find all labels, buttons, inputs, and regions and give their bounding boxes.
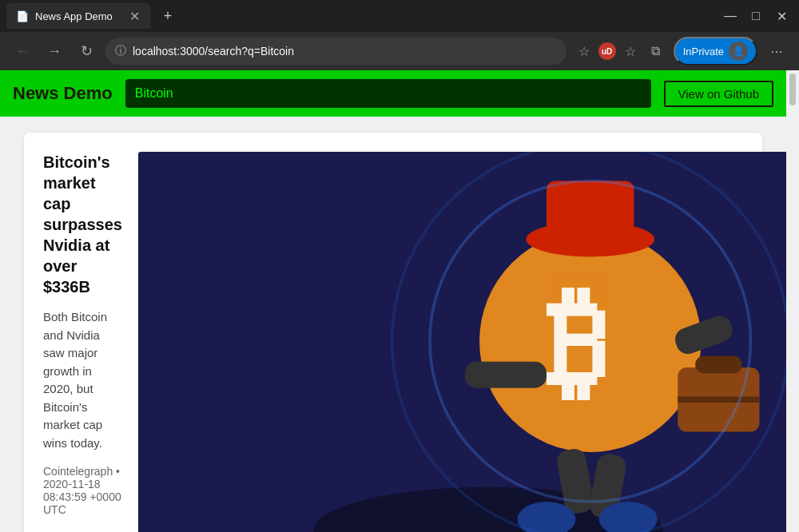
window-controls: — □ ✕ xyxy=(719,5,793,27)
scrollbar-thumb[interactable] xyxy=(789,73,796,105)
article-source: Cointelegraph xyxy=(43,465,113,478)
address-actions: ☆ uD ☆ ⧉ xyxy=(573,40,667,62)
tab-page-icon: 📄 xyxy=(16,10,29,22)
new-tab-button[interactable]: + xyxy=(157,5,179,27)
security-icon: ⓘ xyxy=(115,44,126,58)
article-summary: Both Bitcoin and Nvidia saw major growth… xyxy=(43,308,122,452)
collections-button[interactable]: ☆ xyxy=(619,40,642,62)
refresh-button[interactable]: ↻ xyxy=(74,38,99,64)
ublock-extension-button[interactable]: uD xyxy=(598,42,616,60)
github-button[interactable]: View on Github xyxy=(664,81,773,107)
articles-container: Bitcoin's market cap surpasses Nvidia at… xyxy=(0,117,786,532)
close-button[interactable]: ✕ xyxy=(770,5,793,27)
article-separator: • xyxy=(116,465,120,478)
profile-avatar: 👤 xyxy=(729,42,748,61)
tab-title: News App Demo xyxy=(35,10,121,22)
browser-menu-button[interactable]: ··· xyxy=(764,38,789,64)
search-input[interactable] xyxy=(135,86,642,101)
back-button[interactable]: ← xyxy=(10,38,35,64)
minimize-button[interactable]: — xyxy=(719,5,741,27)
search-wrapper[interactable] xyxy=(125,79,651,108)
scrollbar[interactable] xyxy=(786,70,799,532)
article-image: ₿ xyxy=(138,152,786,532)
address-bar: ← → ↻ ⓘ ☆ uD ☆ ⧉ InPrivate 👤 ··· xyxy=(0,32,799,70)
browser-content: News Demo View on Github Bitcoin's marke… xyxy=(0,70,799,532)
tab-close-button[interactable]: ✕ xyxy=(128,9,141,24)
article-meta: Cointelegraph • 2020-11-18 08:43:59 +000… xyxy=(43,465,122,516)
svg-rect-12 xyxy=(532,233,649,248)
tab-manager-button[interactable]: ⧉ xyxy=(645,40,667,62)
forward-button[interactable]: → xyxy=(42,38,67,64)
active-tab[interactable]: 📄 News App Demo ✕ xyxy=(6,3,150,29)
inprivate-label: InPrivate xyxy=(683,46,724,58)
inprivate-button[interactable]: InPrivate 👤 xyxy=(674,37,757,66)
svg-text:₿: ₿ xyxy=(547,274,608,411)
title-bar: 📄 News App Demo ✕ + — □ ✕ xyxy=(0,0,799,32)
article-date: 2020-11-18 08:43:59 +0000 UTC xyxy=(43,478,121,516)
address-bar-wrapper[interactable]: ⓘ xyxy=(105,38,566,65)
article-text: Bitcoin's market cap surpasses Nvidia at… xyxy=(43,152,122,532)
maximize-button[interactable]: □ xyxy=(745,5,767,27)
article-title: Bitcoin's market cap surpasses Nvidia at… xyxy=(43,152,122,297)
app-title: News Demo xyxy=(13,83,113,104)
article-card[interactable]: Bitcoin's market cap surpasses Nvidia at… xyxy=(24,133,762,532)
page-content: News Demo View on Github Bitcoin's marke… xyxy=(0,70,786,532)
favorites-button[interactable]: ☆ xyxy=(573,40,595,62)
svg-rect-8 xyxy=(465,362,547,388)
extension-label: uD xyxy=(602,47,612,56)
address-input[interactable] xyxy=(133,45,557,58)
svg-rect-14 xyxy=(695,356,741,374)
app-header: News Demo View on Github xyxy=(0,70,786,117)
